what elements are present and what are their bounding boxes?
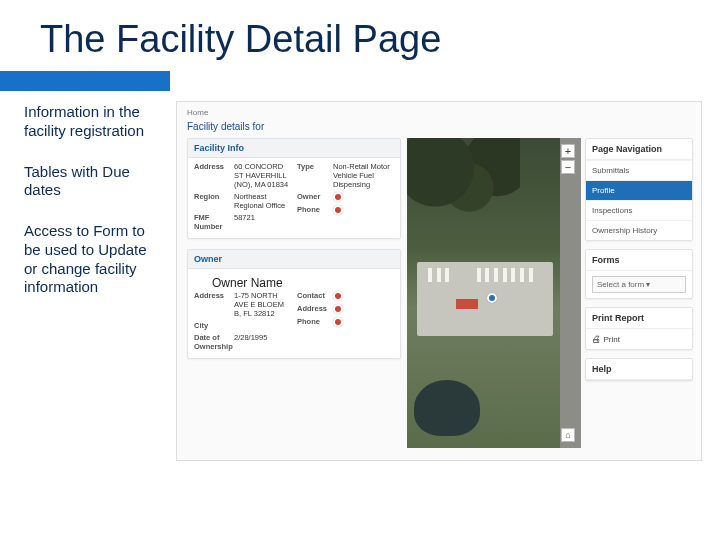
page-heading: Facility details for bbox=[177, 119, 701, 138]
facility-info-header: Facility Info bbox=[188, 139, 400, 158]
zoom-out-button[interactable]: − bbox=[561, 160, 575, 174]
owner-label-date: Date of Ownership bbox=[194, 333, 234, 351]
redaction-dot-icon bbox=[333, 205, 343, 215]
value-region: Northeast Regional Office bbox=[234, 192, 291, 210]
accent-blue bbox=[0, 71, 170, 91]
map-building bbox=[456, 299, 478, 309]
content-row: Facility Info Address60 CONCORD ST HAVER… bbox=[177, 138, 701, 448]
forms-panel: Forms Select a form ▾ bbox=[585, 249, 693, 299]
redaction-dot-icon bbox=[333, 291, 343, 301]
map-trees bbox=[407, 138, 520, 237]
body-row: Information in the facility registration… bbox=[0, 91, 720, 511]
map-pin[interactable] bbox=[487, 293, 500, 303]
owner-label-address2: Address bbox=[297, 304, 333, 314]
owner-phone-redacted bbox=[333, 317, 394, 327]
label-owner: Owner bbox=[297, 192, 333, 202]
label-address: Address bbox=[194, 162, 234, 189]
owner-label-city: City bbox=[194, 321, 234, 330]
redaction-dot-icon bbox=[333, 317, 343, 327]
center-pane: Facility Info Address60 CONCORD ST HAVER… bbox=[177, 138, 407, 448]
forms-select[interactable]: Select a form ▾ bbox=[592, 276, 686, 293]
nav-item-submittals[interactable]: Submittals bbox=[586, 160, 692, 180]
owner-header: Owner bbox=[188, 250, 400, 269]
forms-header: Forms bbox=[586, 250, 692, 271]
help-panel: Help bbox=[585, 358, 693, 381]
left-block-1: Information in the facility registration bbox=[24, 103, 156, 141]
owner-value-address: 1-75 NORTH AVE E BLOEM B, FL 32812 bbox=[234, 291, 291, 318]
label-type: Type bbox=[297, 162, 333, 189]
accent-bar bbox=[0, 71, 720, 91]
map-pond bbox=[414, 380, 480, 436]
map-vehicle bbox=[520, 268, 524, 282]
map-vehicle bbox=[503, 268, 507, 282]
map-vehicle bbox=[477, 268, 481, 282]
owner-value-city bbox=[234, 321, 291, 330]
redaction-dot-icon bbox=[333, 192, 343, 202]
print-button[interactable]: Print bbox=[586, 329, 692, 349]
nav-item-ownership-history[interactable]: Ownership History bbox=[586, 220, 692, 240]
right-sidebar: Page Navigation Submittals Profile Inspe… bbox=[581, 138, 701, 448]
slide: The Facility Detail Page Information in … bbox=[0, 0, 720, 540]
map-vehicle bbox=[437, 268, 441, 282]
map-home-button[interactable]: ⌂ bbox=[561, 428, 575, 442]
map-vehicle bbox=[529, 268, 533, 282]
owner-contact-redacted bbox=[333, 291, 394, 301]
nav-item-profile[interactable]: Profile bbox=[586, 180, 692, 200]
value-type: Non-Retail Motor Vehicle Fuel Dispensing bbox=[333, 162, 394, 189]
label-fmf: FMF Number bbox=[194, 213, 234, 231]
value-address: 60 CONCORD ST HAVERHILL (NO), MA 01834 bbox=[234, 162, 291, 189]
map-vehicle bbox=[511, 268, 515, 282]
value-fmf: 58721 bbox=[234, 213, 291, 231]
facility-info-body: Address60 CONCORD ST HAVERHILL (NO), MA … bbox=[188, 158, 400, 238]
left-block-2: Tables with Due dates bbox=[24, 163, 156, 201]
map-vehicle bbox=[494, 268, 498, 282]
page-navigation-header: Page Navigation bbox=[586, 139, 692, 160]
nav-item-inspections[interactable]: Inspections bbox=[586, 200, 692, 220]
browser-screenshot: Home Facility details for Facility Info … bbox=[176, 101, 702, 461]
label-region: Region bbox=[194, 192, 234, 210]
slide-title: The Facility Detail Page bbox=[0, 0, 720, 71]
owner-panel: Owner Owner Name Address1-75 NORTH AVE E… bbox=[187, 249, 401, 359]
map-zoom-controls: + − bbox=[561, 144, 575, 176]
facility-info-panel: Facility Info Address60 CONCORD ST HAVER… bbox=[187, 138, 401, 239]
owner-label-address: Address bbox=[194, 291, 234, 318]
owner-name-overlay: Owner Name bbox=[208, 274, 287, 292]
value-owner-redacted bbox=[333, 192, 394, 202]
owner-address2-redacted bbox=[333, 304, 394, 314]
breadcrumb[interactable]: Home bbox=[177, 102, 701, 119]
print-report-header: Print Report bbox=[586, 308, 692, 329]
owner-value-date: 2/28/1995 bbox=[234, 333, 291, 351]
zoom-in-button[interactable]: + bbox=[561, 144, 575, 158]
owner-label-contact: Contact bbox=[297, 291, 333, 301]
map-pin-icon bbox=[487, 293, 497, 303]
value-phone-redacted bbox=[333, 205, 394, 215]
label-phone: Phone bbox=[297, 205, 333, 215]
map-vehicle bbox=[428, 268, 432, 282]
help-header: Help bbox=[586, 359, 692, 380]
map-vehicle bbox=[485, 268, 489, 282]
page-navigation-panel: Page Navigation Submittals Profile Inspe… bbox=[585, 138, 693, 241]
left-block-3: Access to Form to be used to Update or c… bbox=[24, 222, 156, 297]
print-report-panel: Print Report Print bbox=[585, 307, 693, 350]
owner-label-phone: Phone bbox=[297, 317, 333, 327]
map-vehicle bbox=[445, 268, 449, 282]
redaction-dot-icon bbox=[333, 304, 343, 314]
map-aerial[interactable]: + − ⌂ bbox=[407, 138, 581, 448]
right-column: Home Facility details for Facility Info … bbox=[170, 91, 720, 511]
left-column: Information in the facility registration… bbox=[0, 91, 170, 511]
map-road bbox=[560, 138, 581, 448]
